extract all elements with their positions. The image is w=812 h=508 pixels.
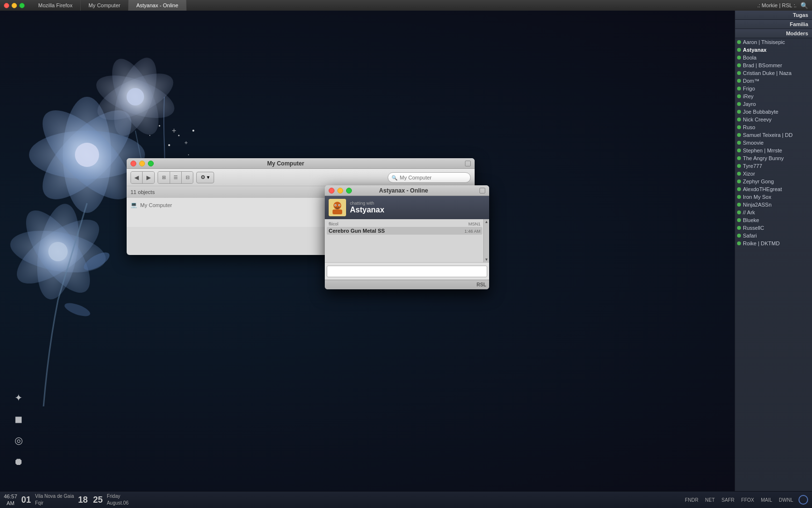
sidebar-item-26[interactable]: Roike | DKTMD <box>735 239 812 247</box>
sidebar-item-22[interactable]: // Ark <box>735 209 812 216</box>
scrollbar-down[interactable]: ▼ <box>484 257 489 262</box>
frir: Fqir <box>35 500 74 507</box>
sidebar-item-11[interactable]: Ruso <box>735 123 812 131</box>
back-button[interactable]: ◀ <box>131 172 143 183</box>
sidebar-item-25[interactable]: Safari <box>735 232 812 239</box>
sidebar-item-18[interactable]: Zephyr Gong <box>735 178 812 185</box>
taskbar-btn-dwnl[interactable]: DWNL <box>778 496 795 504</box>
status-dot-14 <box>737 149 741 152</box>
clock-time: 46:57 <box>4 493 17 500</box>
chat-header-info: chatting with Astyanax <box>350 201 485 214</box>
taskbar-clock-widget[interactable] <box>798 495 808 505</box>
sidebar-item-3[interactable]: Brad | BSommer <box>735 61 812 69</box>
taskbar-btn-safr[interactable]: SAFR <box>720 496 736 504</box>
dock-icon-circle[interactable]: ◎ <box>11 433 26 448</box>
sidebar-item-24[interactable]: RussellC <box>735 224 812 232</box>
minimize-button[interactable] <box>12 3 17 8</box>
sidebar-item-8[interactable]: Jayro <box>735 100 812 108</box>
sidebar-item-name-5: Dom™ <box>743 78 809 84</box>
sidebar-item-13[interactable]: Smoovie <box>735 139 812 147</box>
taskbar-btn-net[interactable]: NET <box>704 496 716 504</box>
status-dot-12 <box>737 133 741 137</box>
column-view-button[interactable]: ⊟ <box>181 172 193 183</box>
sidebar-item-17[interactable]: Xizor <box>735 170 812 178</box>
list-view-button[interactable]: ☰ <box>170 172 181 183</box>
sidebar-item-20[interactable]: Iron My Sox <box>735 193 812 201</box>
sidebar-item-14[interactable]: Stephen | Mrrste <box>735 147 812 154</box>
sidebar-item-name-1: Astyanax <box>743 47 809 53</box>
status-dot-21 <box>737 203 741 207</box>
action-button[interactable]: ⚙ ▾ <box>196 172 214 183</box>
chat-window: Astyanax - Online <box>325 185 489 289</box>
sidebar-item-0[interactable]: Aaron | Thisisepic <box>735 38 812 46</box>
icon-view-button[interactable]: ⊞ <box>158 172 170 183</box>
status-dot-2 <box>737 56 741 60</box>
sidebar-item-name-16: Tyre777 <box>743 163 809 169</box>
sidebar-item-5[interactable]: Dom™ <box>735 77 812 85</box>
taskbar-date-01: 01 Vila Nova de Gaia Fqir <box>20 493 74 507</box>
sidebar-item-23[interactable]: Blueke <box>735 216 812 224</box>
taskbar-btn-ffox[interactable]: FFOX <box>740 496 756 504</box>
window-resize-icon[interactable] <box>465 161 471 166</box>
dock-icon-stop[interactable]: ◼ <box>11 411 26 427</box>
sidebar-item-2[interactable]: Boola <box>735 54 812 61</box>
titlebar: Mozilla Firefox My Computer Astyanax - O… <box>0 0 812 11</box>
sidebar-item-4[interactable]: Cristian Duke | Naza <box>735 69 812 77</box>
sidebar-item-name-3: Brad | BSommer <box>743 62 809 68</box>
chat-label: chatting with <box>350 201 485 206</box>
taskbar-btn-fndr[interactable]: FNDR <box>683 496 700 504</box>
svg-point-14 <box>48 242 68 261</box>
chat-input[interactable] <box>327 266 487 277</box>
dock-sidebar: ✦ ◼ ◎ ⏺ <box>11 390 26 469</box>
sidebar-item-12[interactable]: Samuel Teixeira | DD <box>735 131 812 139</box>
maximize-button[interactable] <box>19 3 25 8</box>
sidebar-item-9[interactable]: Joe Bubbabyte <box>735 108 812 116</box>
chat-titlebar: Astyanax - Online <box>325 185 489 196</box>
forward-button[interactable]: ▶ <box>143 172 154 183</box>
search-icon[interactable]: 🔍 <box>800 2 808 9</box>
status-dot-9 <box>737 110 741 114</box>
day-name: Friday <box>107 493 129 500</box>
sidebar-item-name-14: Stephen | Mrrste <box>743 148 809 153</box>
view-group: ⊞ ☰ ⊟ <box>158 171 193 184</box>
status-dot-10 <box>737 118 741 121</box>
svg-point-9 <box>127 88 144 105</box>
sidebar-item-7[interactable]: iRey <box>735 92 812 100</box>
chat-message-time: 1:46 AM <box>464 229 480 234</box>
svg-point-16 <box>63 300 91 319</box>
tab-mycomputer[interactable]: My Computer <box>81 0 129 11</box>
close-button[interactable] <box>4 3 9 8</box>
dock-icon-record[interactable]: ⏺ <box>11 454 26 469</box>
chat-separator-label: fliicol <box>329 222 338 226</box>
sidebar-section-tugas: Tugas <box>735 11 812 20</box>
sidebar-item-1[interactable]: Astyanax <box>735 46 812 54</box>
chat-contact-name: Astyanax <box>350 206 485 214</box>
chat-scrollbar[interactable]: ▲ ▼ <box>483 219 489 262</box>
status-dot-8 <box>737 102 741 106</box>
sidebar-item-10[interactable]: Nick Creevy <box>735 116 812 123</box>
taskbar-btn-mail[interactable]: MAIL <box>759 496 773 504</box>
search-input[interactable] <box>388 172 471 183</box>
sidebar-items-list: Aaron | ThisisepicAstyanaxBoolaBrad | BS… <box>735 38 812 247</box>
sidebar-item-21[interactable]: Ninja2ASSn <box>735 201 812 209</box>
chat-resize[interactable] <box>479 188 485 194</box>
titlebar-right: .: Morkie | RSL :. 🔍 <box>757 2 808 9</box>
tab-astyanax[interactable]: Astyanax - Online <box>129 0 187 11</box>
svg-point-34 <box>339 205 340 206</box>
sidebar-item-16[interactable]: Tyre777 <box>735 162 812 170</box>
status-dot-26 <box>737 241 741 245</box>
titlebar-traffic-lights <box>4 3 25 8</box>
sidebar-item-15[interactable]: The Angry Bunny <box>735 154 812 162</box>
sidebar-item-name-13: Smoovie <box>743 140 809 146</box>
sidebar-item-19[interactable]: AlexdoTHEgreat <box>735 185 812 193</box>
dock-icon-tools[interactable]: ✦ <box>11 390 26 405</box>
status-dot-20 <box>737 195 741 199</box>
sidebar-item-6[interactable]: Frigo <box>735 85 812 92</box>
chat-messages: fliicol MSN1 Cerebro Gun Metal SS 1:46 A… <box>325 219 489 238</box>
status-dot-15 <box>737 156 741 160</box>
svg-point-33 <box>335 205 336 206</box>
scrollbar-up[interactable]: ▲ <box>484 219 489 224</box>
chat-input-area <box>325 262 489 280</box>
tab-firefox[interactable]: Mozilla Firefox <box>30 0 81 11</box>
sidebar-item-name-2: Boola <box>743 55 809 60</box>
